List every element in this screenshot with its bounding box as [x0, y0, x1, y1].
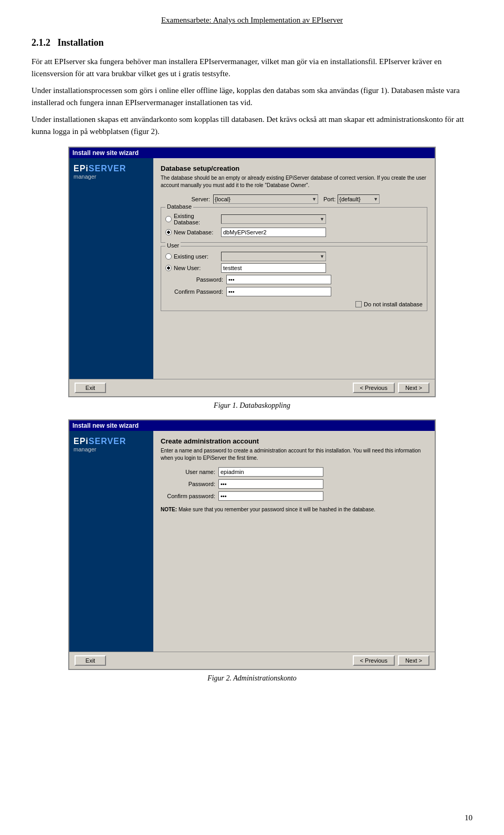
database-group-title: Database — [165, 203, 193, 210]
password-row: Password: — [165, 275, 423, 284]
password-input[interactable] — [226, 275, 331, 284]
server-dropdown-arrow: ▼ — [312, 197, 317, 202]
existing-user-dropdown[interactable]: ▼ — [221, 252, 326, 261]
section-title: 2.1.2 Installation — [32, 37, 472, 48]
dialog2-footer-right: < Previous Next > — [353, 655, 429, 666]
port-dropdown-arrow: ▼ — [373, 197, 378, 202]
dialog1-exit-button[interactable]: Exit — [75, 383, 106, 393]
new-db-input[interactable] — [221, 228, 326, 237]
dialog1-content: Database setup/creation The database sho… — [153, 158, 435, 379]
dialog2-confirm-row: Confirm password: — [161, 491, 427, 501]
page-number: 10 — [465, 813, 472, 822]
dialog2-confirm-input[interactable] — [218, 491, 323, 501]
section-name: Installation — [58, 37, 104, 48]
existing-user-radio[interactable] — [165, 253, 172, 260]
dialog2-exit-button[interactable]: Exit — [75, 655, 106, 666]
new-db-label: New Database: — [174, 229, 221, 235]
dialog2-password-input[interactable] — [218, 479, 323, 489]
existing-user-row: Existing user: ▼ — [165, 252, 423, 261]
username-label: User name: — [161, 469, 218, 475]
confirm-password-input[interactable] — [226, 287, 331, 296]
dialog1-footer-right: < Previous Next > — [353, 383, 429, 393]
paragraph-1: För att EPIserver ska fungera behöver ma… — [32, 56, 472, 79]
new-db-row: New Database: — [165, 228, 423, 237]
password-label: Password: — [165, 276, 226, 283]
note-label: NOTE: — [161, 507, 177, 512]
dialog1-next-button[interactable]: Next > — [398, 383, 429, 393]
paragraph-2: Under installationsprocessen som görs i … — [32, 85, 472, 108]
no-install-checkbox[interactable] — [355, 301, 362, 307]
episerver-logo: EPiSERVER manager — [74, 163, 126, 180]
dialog2-section-title: Create administration account — [161, 437, 427, 445]
dialog1-previous-button[interactable]: < Previous — [353, 383, 395, 393]
server-row: Server: {local} ▼ Port: {default} ▼ — [161, 194, 427, 204]
dialog2-next-button[interactable]: Next > — [398, 655, 429, 666]
existing-user-label: Existing user: — [174, 253, 221, 260]
user-group-title: User — [165, 242, 181, 249]
dialog1-sidebar: EPiSERVER manager — [69, 158, 153, 379]
dialog2-episerver-logo: EPiSERVER manager — [74, 436, 126, 452]
database-groupbox: Database Existing Database: ▼ New Databa… — [161, 207, 427, 243]
existing-user-arrow: ▼ — [320, 254, 324, 259]
dialog2-logo-epi: EPiSERVER — [74, 437, 126, 446]
note-row: NOTE: Make sure that you remember your p… — [161, 506, 427, 513]
existing-db-label: Existing Database: — [174, 213, 221, 225]
dialog2-titlebar: Install new site wizard — [69, 420, 435, 431]
logo-manager: manager — [74, 174, 126, 180]
new-db-radio[interactable] — [165, 229, 172, 235]
header-title: Examensarbete: Analys och Implementation… — [161, 16, 343, 24]
confirm-password-row: Confirm Password: — [165, 287, 423, 296]
new-user-radio[interactable] — [165, 265, 172, 271]
dialog2-previous-button[interactable]: < Previous — [353, 655, 395, 666]
existing-db-row: Existing Database: ▼ — [165, 213, 423, 225]
dialog2: Install new site wizard EPiSERVER manage… — [68, 419, 436, 670]
server-label: Server: — [161, 196, 213, 202]
dialog2-confirm-label: Confirm password: — [161, 493, 218, 499]
page-header: Examensarbete: Analys och Implementation… — [32, 16, 472, 25]
existing-db-dropdown[interactable]: ▼ — [221, 214, 326, 224]
dialog1-titlebar: Install new site wizard — [69, 148, 435, 158]
username-input[interactable] — [218, 467, 323, 477]
port-dropdown[interactable]: {default} ▼ — [338, 194, 380, 204]
new-user-label: New User: — [174, 265, 221, 271]
server-dropdown[interactable]: {local} ▼ — [213, 194, 318, 204]
dialog2-body: EPiSERVER manager Create administration … — [69, 431, 435, 652]
dialog2-footer: Exit < Previous Next > — [69, 652, 435, 669]
figure2-caption: Figur 2. Administrationskonto — [32, 674, 472, 683]
database-groupbox-content: Existing Database: ▼ New Database: — [165, 213, 423, 237]
dialog1-footer: Exit < Previous Next > — [69, 379, 435, 396]
dialog1-section-desc: The database should be an empty or alrea… — [161, 174, 427, 189]
dialog2-password-row: Password: — [161, 479, 427, 489]
dialog2-sidebar: EPiSERVER manager — [69, 431, 153, 652]
confirm-password-label: Confirm Password: — [165, 288, 226, 295]
logo-epi: EPiSERVER — [74, 164, 126, 173]
checkbox-row: Do not install database — [355, 301, 423, 307]
username-row: User name: — [161, 467, 427, 477]
paragraph-3: Under installationen skapas ett användar… — [32, 114, 472, 137]
existing-db-radio[interactable] — [165, 216, 172, 222]
dialog2-password-label: Password: — [161, 481, 218, 487]
section-number: 2.1.2 — [32, 37, 50, 48]
existing-db-arrow: ▼ — [320, 217, 324, 222]
no-install-label: Do not install database — [364, 301, 423, 307]
user-groupbox: User Existing user: ▼ New User: — [161, 246, 427, 311]
dialog2-section-desc: Enter a name and password to create a ad… — [161, 447, 427, 462]
dialog2-content: Create administration account Enter a na… — [153, 431, 435, 652]
new-user-input[interactable] — [221, 263, 326, 273]
port-label: Port: — [323, 196, 335, 202]
dialog1: Install new site wizard EPiSERVER manage… — [68, 147, 436, 397]
note-text: Make sure that you remember your passwor… — [178, 507, 375, 512]
dialog1-body: EPiSERVER manager Database setup/creatio… — [69, 158, 435, 379]
dialog1-section-title: Database setup/creation — [161, 164, 427, 172]
new-user-row: New User: — [165, 263, 423, 273]
dialog2-logo-manager: manager — [74, 447, 126, 452]
user-groupbox-content: Existing user: ▼ New User: Password: — [165, 252, 423, 307]
figure1-caption: Figur 1. Databaskoppling — [32, 401, 472, 410]
